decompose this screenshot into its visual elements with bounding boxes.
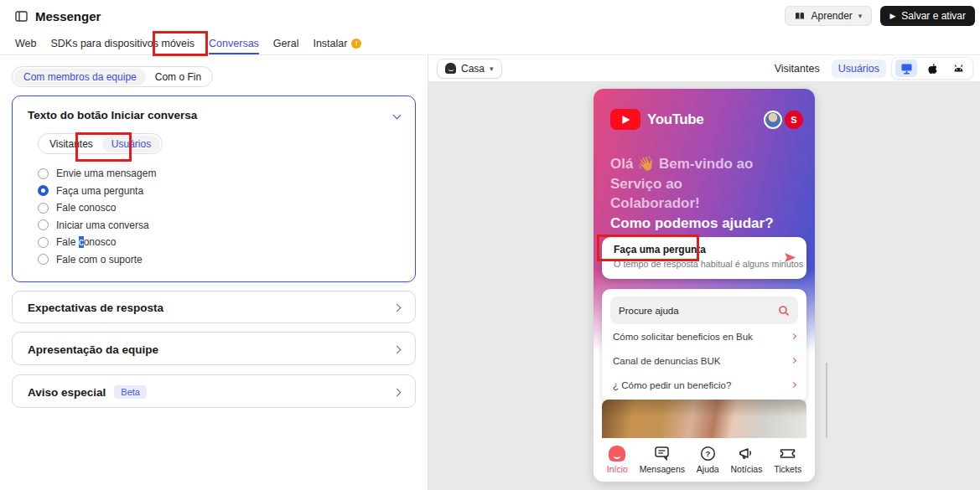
android-preview-button[interactable] [947, 59, 969, 77]
radio-label: Fale com o suporte [56, 254, 143, 266]
radio-option[interactable]: Envie uma mensagem [38, 165, 415, 183]
accordion-start-conversation: Texto do botão Iniciar conversa Visitant… [12, 95, 416, 282]
greeting-line: Colaborador! [610, 193, 801, 214]
chevron-right-icon [791, 333, 796, 339]
greeting-line: Olá 👋 Bem-vindo ao [610, 154, 801, 174]
radio-label: Faça uma pergunta [56, 185, 143, 197]
radio-icon [38, 219, 49, 230]
play-icon: ▶ [889, 13, 895, 20]
audience-switcher: Com membros da equipe Com o Fin [12, 66, 213, 87]
audience-fin-pill[interactable]: Com o Fin [146, 69, 210, 85]
brand-name: YouTube [647, 111, 703, 128]
accordion-title: Apresentação da equipe [28, 343, 158, 356]
greeting-line: Serviço ao [610, 174, 801, 194]
radio-option[interactable]: Fale conosco [38, 199, 415, 217]
ios-preview-button[interactable] [921, 59, 943, 77]
nav-inicio[interactable]: Início [607, 446, 628, 474]
teammate-avatar [764, 111, 782, 129]
page-selector-label: Casa [461, 63, 485, 75]
nav-mensagens[interactable]: Mensagens [640, 446, 685, 474]
tab-geral[interactable]: Geral [273, 32, 299, 54]
pill-visitantes[interactable]: Visitantes [40, 136, 102, 152]
help-article-link[interactable]: ¿ Cómo pedir un beneficio? [610, 373, 798, 397]
accordion-special-notice[interactable]: Aviso especial Beta [12, 374, 416, 408]
messenger-panel-icon [15, 11, 28, 22]
radio-option[interactable]: Iniciar uma conversa [38, 217, 415, 235]
chevron-down-icon [393, 111, 402, 119]
preview-scrollbar[interactable] [826, 363, 827, 438]
radio-icon [38, 237, 49, 248]
help-icon: ? [700, 446, 716, 462]
radio-option[interactable]: Fale conosco [38, 234, 415, 251]
preview-segment-usuarios[interactable]: Usuários [832, 59, 886, 78]
messenger-settings-page: Messenger Aprender ▾ ▶ Salvar e ativar W… [0, 0, 980, 490]
radio-option[interactable]: Fale com o suporte [38, 251, 415, 269]
beta-badge: Beta [114, 385, 147, 399]
youtube-logo-icon [610, 109, 640, 130]
audience-type-switcher: Visitantes Usuários [38, 133, 163, 154]
radio-icon [38, 254, 49, 265]
radio-label: Fale conosco [56, 236, 116, 248]
start-conversation-card[interactable]: Faça uma pergunta O tempo de resposta ha… [602, 237, 806, 279]
tab-conversas[interactable]: Conversas [209, 32, 259, 54]
messages-icon [654, 446, 671, 462]
home-icon [445, 63, 456, 74]
nav-label: Início [607, 464, 628, 474]
accordion-title: Texto do botão Iniciar conversa [28, 109, 197, 121]
monitor-icon [900, 63, 913, 75]
page-selector-dropdown[interactable]: Casa ▾ [437, 59, 502, 79]
preview-segment-visitantes[interactable]: Visitantes [768, 59, 827, 78]
news-photo[interactable] [602, 400, 806, 438]
accordion-response-expectations[interactable]: Expectativas de resposta [12, 291, 416, 323]
top-header: Messenger Aprender ▾ ▶ Salvar e ativar [0, 0, 980, 32]
save-button-label: Salvar e ativar [901, 10, 966, 22]
chevron-down-icon: ▾ [490, 64, 494, 73]
save-activate-button[interactable]: ▶ Salvar e ativar [880, 6, 975, 26]
learn-button[interactable]: Aprender ▾ [785, 6, 872, 26]
widget-greeting: Olá 👋 Bem-vindo ao Serviço ao Colaborado… [610, 154, 801, 233]
send-icon [784, 251, 796, 266]
tab-mobile-sdks[interactable]: SDKs para dispositivos móveis [50, 32, 194, 54]
radio-selected-icon [38, 185, 49, 196]
help-search-card: Procure ajuda Cómo solicitar beneficios … [602, 289, 806, 402]
warning-icon: ! [351, 39, 361, 49]
tab-web[interactable]: Web [15, 32, 36, 54]
help-article-label: ¿ Cómo pedir un beneficio? [613, 380, 731, 390]
tab-instalar-label: Instalar [313, 38, 347, 49]
settings-tabbar: Web SDKs para dispositivos móveis Conver… [0, 32, 980, 55]
search-label: Procure ajuda [619, 306, 679, 316]
nav-label: Tickets [774, 464, 801, 474]
help-article-link[interactable]: Canal de denuncias BUK [610, 348, 798, 373]
response-time-text: O tempo de resposta habitual é alguns mi… [614, 259, 776, 269]
accordion-title: Expectativas de resposta [28, 302, 163, 314]
radio-option[interactable]: Faça uma pergunta [38, 183, 415, 200]
chevron-right-icon [393, 345, 402, 353]
apple-icon [927, 63, 938, 75]
help-article-label: Cómo solicitar beneficios en Buk [613, 332, 753, 342]
home-icon [609, 446, 625, 462]
desktop-preview-button[interactable] [895, 59, 917, 77]
accordion-team-intro[interactable]: Apresentação da equipe [12, 332, 416, 365]
accordion-title: Aviso especial [28, 386, 106, 399]
avatar-badge: S [785, 111, 803, 129]
chevron-right-icon [393, 304, 402, 312]
ticket-icon [779, 446, 796, 462]
tab-instalar[interactable]: Instalar ! [313, 32, 361, 54]
help-article-link[interactable]: Cómo solicitar beneficios en Buk [610, 324, 798, 348]
start-conversation-label: Faça uma pergunta [614, 244, 776, 255]
widget-bottom-nav: Início Mensagens ? Ajuda Notícias Ticket… [594, 438, 815, 482]
chevron-down-icon: ▾ [858, 12, 863, 20]
nav-noticias[interactable]: Notícias [731, 446, 763, 474]
audience-team-pill[interactable]: Com membros da equipe [14, 69, 146, 85]
device-switcher [891, 57, 973, 80]
nav-ajuda[interactable]: ? Ajuda [697, 446, 719, 474]
help-search-input[interactable]: Procure ajuda [610, 297, 798, 324]
radio-label: Iniciar uma conversa [56, 219, 149, 231]
pill-usuarios[interactable]: Usuários [102, 136, 160, 152]
nav-tickets[interactable]: Tickets [774, 446, 801, 474]
accordion-start-conversation-header[interactable]: Texto do botão Iniciar conversa [13, 96, 415, 126]
svg-text:?: ? [705, 449, 710, 458]
messenger-widget: YouTube S Olá 👋 Bem-vindo ao Serviço ao … [594, 89, 815, 482]
news-megaphone-icon [738, 446, 754, 462]
android-icon [952, 63, 965, 74]
